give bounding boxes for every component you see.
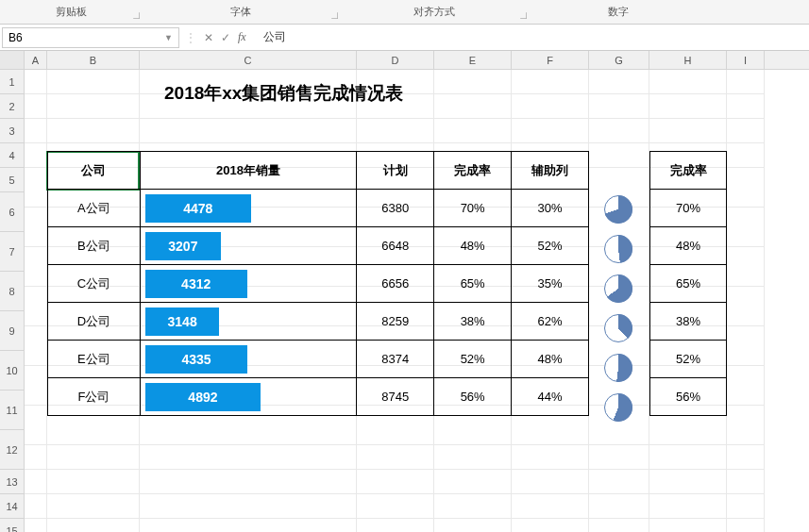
cell[interactable]	[25, 119, 47, 143]
cell-aux[interactable]: 52%	[512, 227, 589, 265]
cell-sales-bar[interactable]: 4312	[140, 265, 357, 303]
cell[interactable]	[434, 494, 512, 519]
cell[interactable]	[727, 70, 765, 94]
table-row[interactable]: 70%	[650, 190, 727, 227]
cell[interactable]	[25, 247, 47, 287]
cell[interactable]	[434, 94, 512, 119]
row-header-8[interactable]: 8	[0, 272, 24, 311]
grid-row[interactable]	[25, 94, 809, 119]
ribbon-group-align[interactable]: 对齐方式	[340, 5, 529, 19]
cell-rate[interactable]: 65%	[434, 265, 512, 303]
cell-rate2[interactable]: 56%	[650, 378, 727, 416]
cell[interactable]	[47, 494, 140, 519]
cell[interactable]	[25, 70, 47, 94]
row-header-4[interactable]: 4	[0, 143, 24, 168]
cell[interactable]	[727, 94, 765, 119]
cell-sales-bar[interactable]: 4335	[140, 341, 357, 378]
table-row[interactable]: E公司4335837452%48%	[48, 341, 589, 378]
cell-aux[interactable]: 44%	[512, 378, 589, 416]
cell[interactable]	[727, 366, 765, 406]
cell[interactable]	[727, 494, 765, 519]
cell[interactable]	[589, 470, 649, 494]
cell[interactable]	[727, 445, 765, 470]
cell[interactable]	[25, 470, 47, 494]
cell-rate[interactable]: 52%	[434, 341, 512, 378]
cell[interactable]	[589, 94, 649, 119]
cell[interactable]	[357, 119, 434, 143]
cell[interactable]	[25, 445, 47, 470]
cell[interactable]	[434, 519, 512, 532]
table-row[interactable]: D公司3148825938%62%	[48, 303, 589, 341]
cancel-icon[interactable]: ✕	[204, 31, 213, 44]
table-row[interactable]: F公司4892874556%44%	[48, 378, 589, 416]
cell[interactable]	[727, 326, 765, 366]
cell[interactable]	[512, 445, 589, 470]
cell[interactable]	[727, 406, 765, 445]
col-header-D[interactable]: D	[357, 51, 434, 69]
cell[interactable]	[727, 143, 765, 168]
th-plan[interactable]: 计划	[357, 152, 434, 190]
cell-company[interactable]: B公司	[48, 227, 141, 265]
th-rate[interactable]: 完成率	[434, 152, 512, 190]
name-box[interactable]: B6 ▼	[2, 27, 179, 48]
cell[interactable]	[649, 445, 727, 470]
cell[interactable]	[512, 519, 589, 532]
cell[interactable]	[25, 406, 47, 445]
th-aux[interactable]: 辅助列	[512, 152, 589, 190]
cell-company[interactable]: A公司	[48, 190, 141, 227]
cell[interactable]	[649, 470, 727, 494]
cell[interactable]	[589, 445, 649, 470]
grid-row[interactable]	[25, 70, 809, 94]
cell[interactable]	[47, 94, 140, 119]
th-rate2[interactable]: 完成率	[650, 152, 727, 190]
select-all-corner[interactable]	[0, 51, 24, 70]
cell[interactable]	[25, 287, 47, 326]
cell[interactable]	[589, 70, 649, 94]
cell[interactable]	[727, 470, 765, 494]
cell[interactable]	[47, 70, 140, 94]
grid-row[interactable]	[25, 445, 809, 470]
check-icon[interactable]: ✓	[221, 31, 230, 44]
fx-icon[interactable]: fx	[238, 30, 246, 44]
cell[interactable]	[589, 494, 649, 519]
cell[interactable]	[512, 94, 589, 119]
cell[interactable]	[649, 94, 727, 119]
row-header-13[interactable]: 13	[0, 470, 24, 494]
cell-rate[interactable]: 70%	[434, 190, 512, 227]
grid-row[interactable]	[25, 494, 809, 519]
table-row[interactable]: 48%	[650, 227, 727, 265]
row-header-3[interactable]: 3	[0, 119, 24, 143]
cell-plan[interactable]: 6656	[357, 265, 434, 303]
cell[interactable]	[140, 445, 357, 470]
cell[interactable]	[357, 519, 434, 532]
table-row[interactable]: 38%	[650, 303, 727, 341]
cell-company[interactable]: C公司	[48, 265, 141, 303]
cell[interactable]	[47, 470, 140, 494]
cell-plan[interactable]: 8374	[357, 341, 434, 378]
cell[interactable]	[25, 168, 47, 208]
cell[interactable]	[589, 119, 649, 143]
cell-aux[interactable]: 62%	[512, 303, 589, 341]
cell[interactable]	[357, 445, 434, 470]
cell[interactable]	[25, 494, 47, 519]
cell[interactable]	[727, 247, 765, 287]
spreadsheet-grid[interactable]: 12345678910111213141516 ABCDEFGHI 2018年x…	[0, 51, 809, 532]
cell[interactable]	[589, 143, 649, 168]
cell-company[interactable]: F公司	[48, 378, 141, 416]
col-header-C[interactable]: C	[140, 51, 357, 69]
cell[interactable]	[512, 494, 589, 519]
table-row[interactable]: 52%	[650, 341, 727, 378]
cell[interactable]	[727, 119, 765, 143]
cell-rate2[interactable]: 48%	[650, 227, 727, 265]
table-row[interactable]: 56%	[650, 378, 727, 416]
cell[interactable]	[25, 208, 47, 247]
row-header-5[interactable]: 5	[0, 168, 24, 192]
th-company[interactable]: 公司	[48, 152, 141, 190]
cell-plan[interactable]: 6380	[357, 190, 434, 227]
col-header-G[interactable]: G	[589, 51, 649, 69]
cell[interactable]	[47, 445, 140, 470]
cell[interactable]	[47, 119, 140, 143]
cell[interactable]	[25, 143, 47, 168]
cell[interactable]	[140, 519, 357, 532]
col-header-H[interactable]: H	[649, 51, 727, 69]
